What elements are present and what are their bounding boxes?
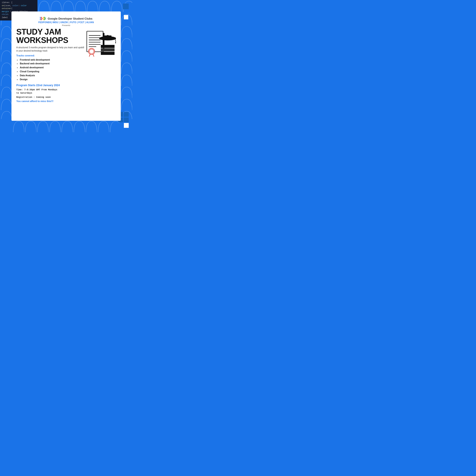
illustration [85, 26, 116, 62]
svg-rect-2 [120, 13, 132, 119]
svg-rect-23 [101, 52, 115, 55]
deco-square-1 [123, 3, 129, 9]
svg-marker-7 [45, 17, 46, 20]
content-row: STUDY JAMWORKSHOPS A structured 3 months… [16, 28, 116, 84]
svg-line-18 [93, 54, 94, 57]
list-item: Frontend web development [20, 58, 85, 62]
main-title: STUDY JAMWORKSHOPS [16, 28, 85, 45]
list-item: Design [20, 78, 85, 82]
svg-rect-8 [87, 31, 103, 52]
svg-rect-0 [37, 0, 132, 13]
main-card: Google Developer Student Clubs FEDPONEK|… [12, 12, 121, 121]
gdsc-title: Google Developer Student Clubs [48, 17, 93, 20]
svg-point-30 [115, 42, 116, 43]
list-item: Backend web development [20, 62, 85, 66]
tracks-heading: Tracks covered: [16, 54, 85, 57]
svg-rect-3 [12, 120, 120, 132]
gdsc-clubs: FEDPONEK| IMSU | UNIZIK | FUTO | FCET | … [16, 21, 116, 24]
list-item: Cloud Computing [20, 70, 85, 74]
content-left: STUDY JAMWORKSHOPS A structured 3 months… [16, 28, 85, 84]
cta-text: You cannot afford to miss this!!! [16, 100, 116, 102]
gdsc-header: Google Developer Student Clubs [16, 16, 116, 21]
registration: Registration : Coming soon [16, 96, 116, 99]
svg-rect-1 [0, 13, 12, 119]
list-item: Android development [20, 66, 85, 70]
tracks-list: Frontend web development Backend web dev… [16, 58, 85, 82]
svg-point-16 [89, 49, 94, 53]
svg-rect-22 [101, 48, 115, 51]
deco-square-white [124, 15, 128, 19]
svg-rect-21 [101, 45, 115, 48]
list-item: Data Analysis [20, 74, 85, 78]
svg-marker-5 [41, 17, 42, 20]
gdsc-logo [40, 16, 46, 21]
svg-line-17 [89, 54, 90, 57]
time-info: Time: 7-8:30pm GMT From Mondaysto Saturd… [16, 88, 116, 95]
program-starts: Program Starts 22nd January 2024 [16, 84, 116, 87]
subtitle: A structured 3 months program designed t… [16, 46, 85, 52]
